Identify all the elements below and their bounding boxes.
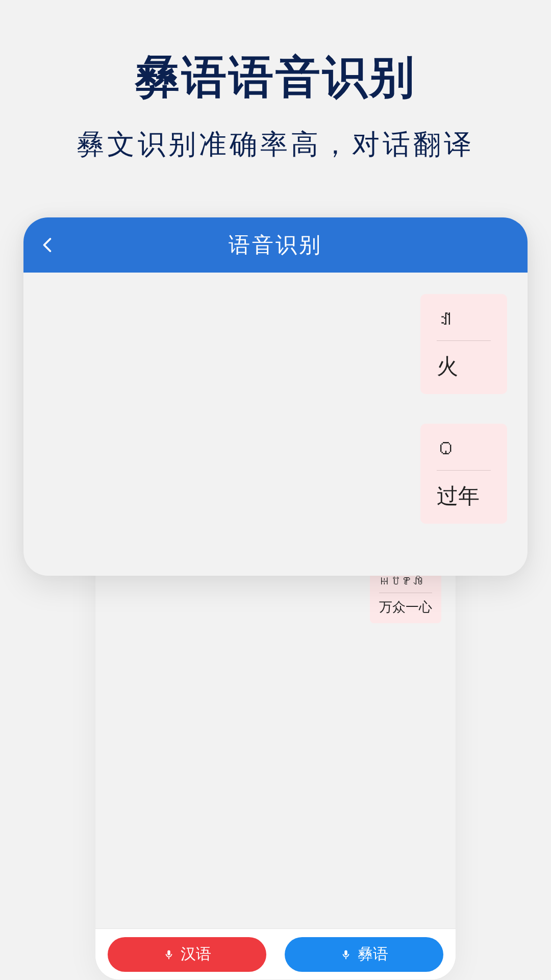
mic-icon [163,949,174,960]
bubble-source-text: ꀊ [437,307,491,329]
hero-title: 彝语语音识别 [0,47,551,108]
hero-subtitle: 彝文识别准确率高，对话翻译 [0,126,551,163]
bubble-target-text: 过年 [437,482,491,510]
page-root: 彝语语音识别 彝文识别准确率高，对话翻译 ꀉꀊꀋꀌ 饥寒 ꀍꀎꀏꀐ 万众一心 [0,0,551,980]
front-overlay-card: 语音识别 ꀊ 火 ꐎ 过年 [23,217,528,576]
front-card-title: 语音识别 [23,231,528,259]
bubble-source-text: ꀍꀎꀏꀐ [379,574,432,587]
bubble-divider [379,593,432,593]
mic-icon [340,949,352,960]
chat-bubble: ꀊ 火 [420,294,507,394]
hero-section: 彝语语音识别 彝文识别准确率高，对话翻译 [0,0,551,163]
back-button[interactable] [39,236,57,254]
bubble-source-text: ꐎ [437,437,491,459]
chevron-left-icon [39,236,57,254]
record-chinese-button[interactable]: 汉语 [108,937,266,972]
bottom-action-bar: 汉语 彝语 [95,928,456,979]
bubble-divider [437,340,491,341]
bubble-target-text: 万众一心 [379,598,432,616]
button-label: 彝语 [358,944,388,965]
front-chat-area: ꀊ 火 ꐎ 过年 [23,273,528,576]
front-card-header: 语音识别 [23,217,528,273]
svg-rect-0 [168,957,169,959]
bubble-divider [437,470,491,471]
svg-rect-1 [345,957,346,959]
button-label: 汉语 [181,944,211,965]
record-yi-button[interactable]: 彝语 [285,937,443,972]
chat-bubble: ꐎ 过年 [420,424,507,524]
bubble-target-text: 火 [437,352,491,381]
